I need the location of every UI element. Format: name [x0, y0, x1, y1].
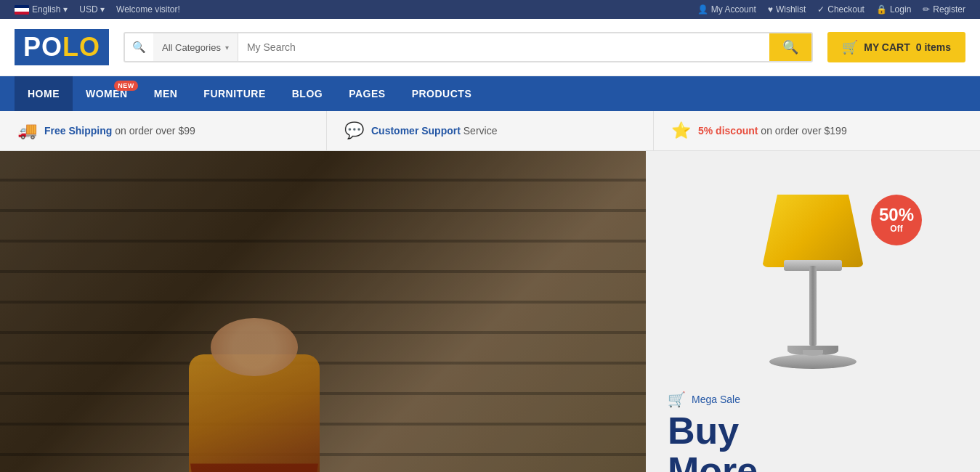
free-shipping-detail: on order over $99 — [115, 125, 195, 137]
nav-item-pages[interactable]: PAGES — [336, 76, 398, 111]
category-chevron: ▾ — [225, 44, 229, 52]
search-btn-icon: 🔍 — [782, 40, 798, 54]
new-badge: NEW — [114, 81, 138, 91]
discount-detail: on order over $199 — [761, 125, 846, 137]
welcome-message: Welcome visitor! — [116, 4, 180, 15]
sale-off: Off — [890, 224, 902, 234]
free-shipping-strong: Free Shipping — [44, 125, 112, 137]
main-nav: HOME WOMEN NEW MEN FURNITURE BLOG PAGES … — [0, 76, 980, 111]
info-discount: ⭐ 5% discount on order over $199 — [654, 111, 980, 150]
language-label: English — [32, 4, 60, 15]
main-content: Hot Collection WOMEN · MEN · KIDS · ELEC… — [0, 151, 980, 472]
free-shipping-text: Free Shipping on order over $99 — [44, 125, 195, 137]
customer-support-text: Customer Support Service — [371, 125, 497, 137]
header: POLO 🔍 All Categories ▾ 🔍 🛒 MY CART 0 it… — [0, 19, 980, 76]
logo-lo: LO — [62, 32, 100, 62]
stool-base-extension — [803, 350, 823, 356]
flag-icon — [15, 5, 29, 15]
my-account-link[interactable]: 👤 My Account — [697, 4, 756, 15]
cart-small-icon: 🛒 — [668, 391, 686, 408]
stool-base — [769, 354, 857, 369]
info-customer-support: 💬 Customer Support Service — [327, 111, 654, 150]
nav-item-furniture[interactable]: FURNITURE — [190, 76, 278, 111]
nav-item-blog[interactable]: BLOG — [279, 76, 336, 111]
login-link[interactable]: 🔒 Login — [876, 4, 911, 15]
nav-item-products[interactable]: PRODUCTS — [399, 76, 485, 111]
top-bar-right: 👤 My Account ♥ Wishlist ✓ Checkout 🔒 Log… — [697, 4, 965, 15]
stool-pole — [809, 266, 817, 346]
language-chevron: ▾ — [63, 4, 68, 15]
mega-sale-label: 🛒 Mega Sale — [668, 391, 958, 408]
check-icon: ✓ — [817, 4, 825, 15]
side-content: 🛒 Mega Sale Buy More Save More Learn Mor… — [668, 391, 958, 472]
person-icon: 👤 — [697, 4, 708, 15]
mega-sale-text: Mega Sale — [692, 394, 740, 405]
category-dropdown[interactable]: All Categories ▾ — [153, 33, 238, 61]
language-selector[interactable]: English ▾ — [15, 4, 68, 15]
truck-icon: 🚚 — [17, 121, 37, 140]
nav-item-home[interactable]: HOME — [15, 76, 73, 111]
wishlist-link[interactable]: ♥ Wishlist — [768, 4, 806, 15]
pencil-icon: ✏ — [923, 4, 930, 15]
nav-item-women[interactable]: WOMEN NEW — [73, 76, 141, 111]
sale-badge: 50% Off — [871, 195, 922, 245]
cart-button[interactable]: 🛒 MY CART 0 items — [827, 32, 965, 62]
currency-selector[interactable]: USD ▾ — [79, 4, 105, 15]
search-button[interactable]: 🔍 — [769, 33, 811, 61]
star-icon: ⭐ — [671, 121, 691, 140]
logo[interactable]: POLO — [15, 29, 109, 65]
info-free-shipping: 🚚 Free Shipping on order over $99 — [0, 111, 327, 150]
currency-chevron: ▾ — [100, 4, 105, 15]
category-label: All Categories — [162, 42, 221, 53]
register-link[interactable]: ✏ Register — [923, 4, 965, 15]
discount-strong: 5% discount — [698, 125, 758, 137]
cart-icon: 🛒 — [842, 39, 858, 55]
side-panel: 50% Off 🛒 Mega Sale Buy More Save More — [646, 151, 980, 472]
search-input[interactable] — [238, 33, 769, 61]
nav-item-men[interactable]: MEN — [141, 76, 191, 111]
cart-count: 0 items — [916, 41, 951, 53]
top-bar: English ▾ USD ▾ Welcome visitor! 👤 My Ac… — [0, 0, 980, 19]
side-big-text: Buy More Save More — [668, 411, 958, 472]
info-bar: 🚚 Free Shipping on order over $99 💬 Cust… — [0, 111, 980, 151]
search-icon: 🔍 — [125, 41, 153, 54]
search-bar: 🔍 All Categories ▾ 🔍 — [123, 32, 813, 62]
checkout-link[interactable]: ✓ Checkout — [817, 4, 864, 15]
customer-support-detail: Service — [463, 125, 498, 137]
discount-text: 5% discount on order over $199 — [698, 125, 847, 137]
hero-overlay — [0, 151, 646, 472]
stool-seat — [762, 195, 864, 267]
logo-po: PO — [23, 32, 62, 62]
top-bar-left: English ▾ USD ▾ Welcome visitor! — [15, 4, 180, 15]
heart-icon: ♥ — [768, 4, 773, 15]
chat-icon: 💬 — [344, 121, 364, 140]
cart-label: MY CART — [864, 41, 910, 53]
stool-visual — [748, 173, 878, 376]
customer-support-strong: Customer Support — [371, 125, 461, 137]
sale-percent: 50% — [879, 206, 914, 224]
hero-slider[interactable]: Hot Collection WOMEN · MEN · KIDS · ELEC… — [0, 151, 646, 472]
lock-icon: 🔒 — [876, 4, 887, 15]
